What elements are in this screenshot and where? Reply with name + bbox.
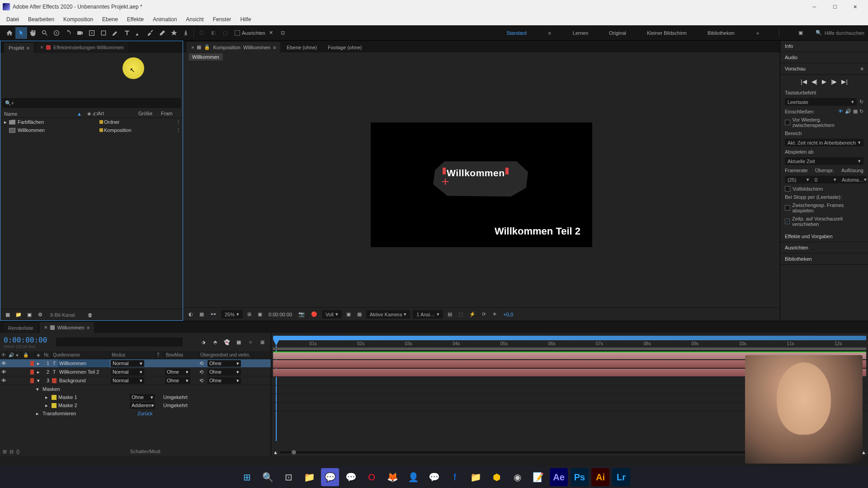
layer-tab[interactable]: Ebene (ohne) [282, 42, 321, 52]
reset-icon[interactable]: ↻ [859, 99, 863, 105]
project-search[interactable]: 🔍▾ [2, 98, 181, 108]
workspace-kleiner[interactable]: Kleiner Bildschirm [643, 28, 690, 38]
mask-mode-select[interactable]: Ohne▾ [130, 394, 155, 401]
blend-mode-select[interactable]: Normal▾ [111, 369, 144, 375]
transparency-icon[interactable]: ▦ [355, 310, 363, 318]
close-icon[interactable]: × [191, 45, 194, 50]
zoom-select[interactable]: 25%▾ [221, 310, 243, 319]
lock-icon[interactable]: 🔒 [204, 44, 210, 50]
blend-mode-select[interactable]: Normal▾ [111, 360, 144, 367]
label-color[interactable] [99, 120, 103, 124]
panel-menu-icon[interactable]: ≡ [861, 66, 863, 71]
selection-tool[interactable] [15, 27, 27, 39]
layer-row[interactable]: 👁 ▾ 3 Background Normal▾ Ohne▾ ⟲ Ohne▾ [0, 376, 271, 385]
row-menu-icon[interactable]: ⋮ [167, 119, 181, 125]
close-button[interactable]: ✕ [845, 0, 865, 14]
shortcut-select[interactable]: Leertaste▾ [785, 98, 857, 106]
project-tab[interactable]: Projekt≡ [4, 43, 34, 53]
after-effects-icon[interactable]: Ae [550, 468, 568, 486]
illustrator-icon[interactable]: Ai [591, 468, 609, 486]
opera-icon[interactable]: O [363, 468, 381, 486]
explorer-icon[interactable]: 📁 [300, 468, 318, 486]
res-select[interactable]: Automa…▾ [839, 176, 866, 183]
home-tool[interactable] [4, 27, 15, 39]
parent-select[interactable]: Ohne▾ [208, 360, 241, 367]
preview-icon[interactable]: ▣ [256, 310, 264, 318]
masks-expand[interactable]: ▾ [36, 386, 42, 392]
photoshop-icon[interactable]: Ps [571, 468, 589, 486]
parent-select[interactable]: Ohne▾ [208, 369, 241, 375]
col-source-name[interactable]: Quellenname [52, 351, 110, 359]
new-comp-icon[interactable]: ▣ [25, 310, 34, 319]
comp-tab[interactable]: × ▦ 🔒 Komposition Willkommen ≡ [187, 42, 280, 52]
resolution-select[interactable]: Voll▾ [322, 310, 342, 319]
col-trkmat[interactable]: BewMas [165, 351, 199, 359]
next-frame-button[interactable]: |▶ [831, 78, 837, 85]
snap-options-icon[interactable]: ⊡ [277, 27, 289, 39]
frame-blend-icon[interactable]: ▦ [234, 337, 244, 347]
play-button[interactable]: ▶ [822, 78, 826, 85]
effects-panel-tab[interactable]: Effekte und Vorgaben [780, 231, 868, 242]
mask-color[interactable] [52, 403, 57, 408]
facebook-icon[interactable]: f [446, 468, 464, 486]
col-name[interactable]: Name [4, 111, 17, 117]
audio-icon[interactable]: 🔊 [845, 108, 851, 114]
viewer-time[interactable]: 0:00:00:00 [267, 311, 294, 318]
align-panel-tab[interactable]: Ausrichten [780, 242, 868, 253]
switches-modes-toggle[interactable]: Schalter/Modi [22, 449, 268, 454]
workspace-original[interactable]: Original [605, 28, 630, 38]
3d-icon[interactable]: ⬚ [457, 310, 465, 318]
shape-tool[interactable] [98, 27, 109, 39]
col-frame[interactable]: Fram [161, 111, 179, 117]
fast-preview-icon[interactable]: ⟳ [480, 310, 488, 318]
framerate-select[interactable]: (25)▾ [785, 176, 812, 183]
puppet-tool[interactable] [180, 27, 192, 39]
cc-icon[interactable]: ▤ [446, 310, 454, 318]
anchor-point-icon[interactable] [442, 178, 448, 185]
firefox-icon[interactable]: 🦊 [383, 468, 401, 486]
workspace-lernen[interactable]: Lernen [569, 28, 592, 38]
col-lock[interactable]: 🔒 [22, 351, 29, 359]
snapshot-icon[interactable]: 📷 [297, 310, 307, 318]
col-modus[interactable]: Modus [110, 351, 156, 359]
project-row-comp[interactable]: Willkommen Komposition ⋮ [0, 126, 183, 134]
workspace-bibliotheken[interactable]: Bibliotheken [704, 28, 738, 38]
render-queue-tab[interactable]: Renderliste [4, 323, 38, 333]
tag-col-icon[interactable]: 🏷 [93, 111, 98, 117]
transform-group[interactable]: ▸ Transformieren Zurück [0, 409, 271, 418]
rotate-tool[interactable] [62, 27, 74, 39]
toggle-switches-icon[interactable]: ⊞ [3, 449, 7, 455]
menu-fenster[interactable]: Fenster [208, 14, 236, 24]
menu-datei[interactable]: Datei [2, 14, 24, 24]
col-label[interactable]: ◈ [35, 351, 42, 359]
workspace-menu-icon[interactable]: ≡ [544, 27, 556, 39]
play-from-select[interactable]: Aktuelle Zeit▾ [785, 157, 863, 165]
trash-icon[interactable]: 🗑 [85, 310, 94, 319]
transform-expand[interactable]: ▸ [36, 411, 42, 417]
graph-editor-icon[interactable]: ⊞ [257, 337, 267, 347]
menu-bearbeiten[interactable]: Bearbeiten [24, 14, 59, 24]
footage-tab[interactable]: Footage (ohne) [323, 42, 366, 52]
fullscreen-check[interactable] [785, 186, 790, 192]
last-frame-button[interactable]: ▶| [841, 78, 847, 85]
video-icon[interactable]: 👁 [838, 108, 843, 114]
col-art[interactable]: Art [98, 111, 138, 117]
notepad-icon[interactable]: 📝 [529, 468, 547, 486]
col-parent[interactable]: Übergeordnet und verkn. [199, 351, 253, 359]
eraser-tool[interactable] [156, 27, 168, 39]
menu-komposition[interactable]: Komposition [59, 14, 98, 24]
menu-ebene[interactable]: Ebene [98, 14, 123, 24]
snap-icon[interactable]: ⬡ [196, 27, 208, 39]
camera-tool[interactable] [74, 27, 86, 39]
whatsapp-icon[interactable]: 💬 [342, 468, 360, 486]
motion-blur-icon[interactable]: ○ [245, 337, 255, 347]
sort-icon[interactable]: ▲ [77, 111, 82, 117]
move-time-check[interactable] [785, 219, 790, 224]
effect-controls-tab[interactable]: ×Effekteinstellungen Willkommen [36, 42, 128, 53]
fill-icon[interactable]: ◧ [208, 27, 219, 39]
start-button[interactable]: ⊞ [238, 468, 256, 486]
settings-icon[interactable]: ⚙ [36, 310, 45, 319]
col-audio[interactable]: 🔊 [7, 351, 14, 359]
layer-label-color[interactable] [30, 361, 34, 366]
renderer-icon[interactable]: ⚡ [467, 310, 477, 318]
